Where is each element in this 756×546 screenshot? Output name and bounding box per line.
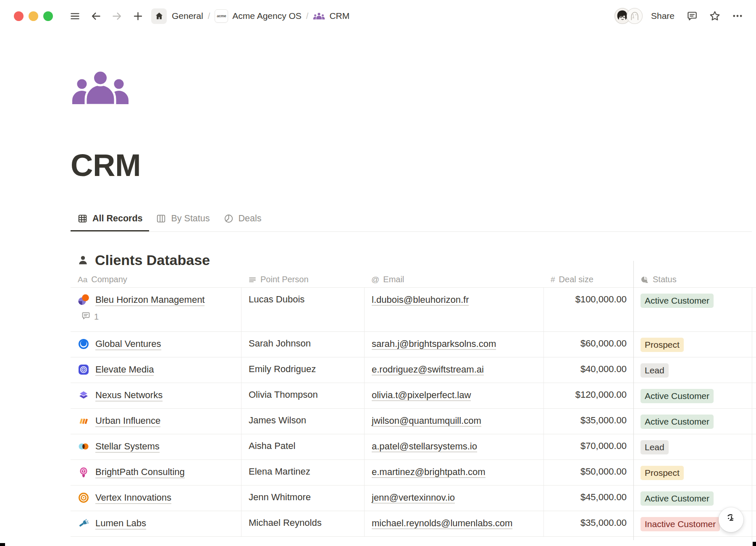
cell-company[interactable]: Stellar Systems — [71, 434, 241, 459]
cell-status[interactable]: Prospect — [633, 332, 752, 357]
cell-point-person[interactable]: Sarah Johnson — [241, 332, 364, 357]
cell-email[interactable]: e.martinez@brightpath.com — [364, 460, 543, 485]
company-page-link[interactable]: Global Ventures — [95, 338, 161, 351]
breadcrumb-current-page[interactable]: CRM — [329, 11, 349, 21]
status-badge[interactable]: Lead — [640, 440, 669, 454]
breadcrumb-workspace[interactable]: Acme Agency OS — [232, 11, 302, 21]
cell-point-person[interactable]: Olivia Thompson — [241, 383, 364, 408]
email-link[interactable]: e.rodriguez@swiftstream.ai — [372, 364, 484, 375]
company-page-link[interactable]: Urban Influence — [95, 415, 160, 428]
cell-deal-size[interactable]: $100,000.00 — [543, 288, 633, 331]
tab-deals[interactable]: Deals — [217, 206, 268, 231]
column-header-status[interactable]: Status — [633, 272, 752, 287]
cell-status[interactable]: Active Customer — [633, 409, 752, 434]
email-link[interactable]: l.dubois@bleuhorizon.fr — [372, 294, 469, 306]
column-header-point-person[interactable]: Point Person — [241, 272, 364, 287]
notion-ai-button[interactable] — [719, 507, 743, 532]
email-link[interactable]: jwilson@quantumquill.com — [372, 415, 481, 427]
company-page-link[interactable]: BrightPath Consulting — [95, 466, 185, 479]
cell-company[interactable]: Nexus Networks — [71, 383, 241, 408]
email-link[interactable]: e.martinez@brightpath.com — [372, 467, 486, 478]
cell-company[interactable]: Elevate Media — [71, 357, 241, 383]
minimize-window-button[interactable] — [29, 11, 38, 21]
email-link[interactable]: michael.reynolds@lumenlabs.com — [372, 518, 512, 529]
cell-point-person[interactable]: Michael Reynolds — [241, 511, 364, 536]
cell-deal-size[interactable]: $60,000.00 — [543, 332, 633, 357]
favorite-star-icon[interactable] — [709, 10, 721, 22]
breadcrumb-general[interactable]: General — [172, 11, 203, 21]
cell-email[interactable]: a.patel@stellarsystems.io — [364, 434, 543, 459]
cell-status[interactable]: Lead — [633, 357, 752, 383]
cell-deal-size[interactable]: $35,000.00 — [543, 511, 633, 536]
cell-company[interactable]: Lumen Labs — [71, 511, 241, 536]
status-badge[interactable]: Active Customer — [640, 491, 714, 506]
forward-icon[interactable] — [109, 8, 124, 24]
status-badge[interactable]: Lead — [640, 363, 669, 378]
more-options-icon[interactable] — [732, 10, 743, 22]
status-badge[interactable]: Prospect — [640, 338, 684, 352]
cell-status[interactable]: Lead — [633, 434, 752, 459]
cell-point-person[interactable]: Emily Rodriguez — [241, 357, 364, 383]
column-header-deal-size[interactable]: #Deal size — [543, 272, 633, 287]
cell-deal-size[interactable]: $50,000.00 — [543, 460, 633, 485]
cell-point-person[interactable]: Lucas Dubois — [241, 288, 364, 331]
company-page-link[interactable]: Elevate Media — [95, 364, 154, 376]
column-header-email[interactable]: @Email — [364, 272, 543, 287]
cell-email[interactable]: jenn@vertexinnov.io — [364, 486, 543, 511]
cell-point-person[interactable]: Elena Martinez — [241, 460, 364, 485]
collaborator-avatars[interactable] — [614, 8, 643, 24]
status-badge[interactable]: Active Customer — [640, 389, 714, 403]
home-icon[interactable] — [151, 8, 167, 24]
cell-point-person[interactable]: Jenn Whitmore — [241, 486, 364, 511]
cell-point-person[interactable]: James Wilson — [241, 409, 364, 434]
email-link[interactable]: jenn@vertexinnov.io — [372, 492, 455, 504]
back-icon[interactable] — [88, 8, 103, 24]
cell-deal-size[interactable]: $40,000.00 — [543, 357, 633, 383]
cell-point-person[interactable]: Aisha Patel — [241, 434, 364, 459]
cell-deal-size[interactable]: $70,000.00 — [543, 434, 633, 459]
cell-email[interactable]: michael.reynolds@lumenlabs.com — [364, 511, 543, 536]
tab-by-status[interactable]: By Status — [149, 206, 216, 231]
page-icon-people-group[interactable] — [71, 69, 130, 105]
email-link[interactable]: sarah.j@brightsparksolns.com — [372, 339, 496, 350]
cell-status[interactable]: Active Customer — [633, 383, 752, 408]
status-badge[interactable]: Inactive Customer — [640, 517, 720, 531]
email-link[interactable]: olivia.t@pixelperfect.law — [372, 390, 471, 401]
status-badge[interactable]: Active Customer — [640, 294, 714, 308]
company-page-link[interactable]: Nexus Networks — [95, 389, 163, 402]
sidebar-menu-icon[interactable] — [67, 8, 82, 24]
cell-email[interactable]: olivia.t@pixelperfect.law — [364, 383, 543, 408]
company-page-link[interactable]: Vertex Innovations — [95, 492, 171, 504]
cell-status[interactable]: Active Customer — [633, 288, 752, 331]
tab-all-records[interactable]: All Records — [71, 206, 149, 231]
cell-email[interactable]: jwilson@quantumquill.com — [364, 409, 543, 434]
cell-status[interactable]: Prospect — [633, 460, 752, 485]
email-link[interactable]: a.patel@stellarsystems.io — [372, 441, 477, 452]
page-title[interactable]: CRM — [71, 147, 756, 184]
cell-deal-size[interactable]: $45,000.00 — [543, 486, 633, 511]
new-page-icon[interactable] — [130, 8, 145, 24]
column-header-company[interactable]: AaCompany — [71, 272, 241, 287]
company-page-link[interactable]: Lumen Labs — [95, 517, 146, 530]
cell-deal-size[interactable]: $120,000.00 — [543, 383, 633, 408]
cell-company[interactable]: Vertex Innovations — [71, 486, 241, 511]
close-window-button[interactable] — [14, 11, 24, 21]
cell-company[interactable]: Urban Influence — [71, 409, 241, 434]
cell-company[interactable]: TBrightPath Consulting — [71, 460, 241, 485]
status-badge[interactable]: Active Customer — [640, 415, 714, 429]
cell-company[interactable]: Bleu Horizon Management1 — [71, 288, 241, 331]
cell-email[interactable]: sarah.j@brightsparksolns.com — [364, 332, 543, 357]
zoom-window-button[interactable] — [43, 11, 53, 21]
comment-count[interactable]: 1 — [81, 311, 241, 323]
cell-email[interactable]: l.dubois@bleuhorizon.fr — [364, 288, 543, 331]
status-badge[interactable]: Prospect — [640, 466, 684, 480]
cell-email[interactable]: e.rodriguez@swiftstream.ai — [364, 357, 543, 383]
cell-company[interactable]: Global Ventures — [71, 332, 241, 357]
company-page-link[interactable]: Bleu Horizon Management — [95, 294, 205, 307]
database-title[interactable]: Clients Database — [95, 252, 210, 268]
share-button[interactable]: Share — [651, 11, 675, 21]
comments-icon[interactable] — [686, 10, 698, 22]
cell-status[interactable]: Active Customer — [633, 486, 752, 511]
company-page-link[interactable]: Stellar Systems — [95, 441, 160, 453]
cell-deal-size[interactable]: $35,000.00 — [543, 409, 633, 434]
